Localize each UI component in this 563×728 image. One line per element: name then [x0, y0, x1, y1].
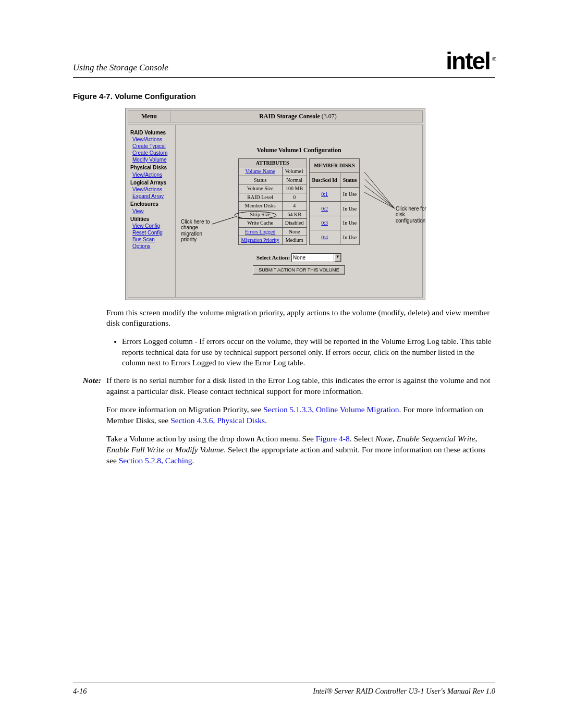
table-row: Volume Size100 MB	[238, 184, 307, 193]
submit-action-button[interactable]: SUBMIT ACTION FOR THIS VOLUME	[253, 265, 345, 275]
menu-link[interactable]: Reset Config	[132, 229, 172, 236]
header-rule	[73, 77, 495, 78]
menu-link[interactable]: View/Actions	[132, 136, 172, 143]
page-footer: 4-16 Intel® Server RAID Controller U3-1 …	[73, 679, 495, 697]
disk-id-link[interactable]: 0:2	[321, 206, 328, 212]
menu-link[interactable]: Create Typical	[132, 143, 172, 150]
volume-config-title: Volume Volume1 Configuration	[183, 146, 415, 154]
page-number: 4-16	[73, 686, 87, 697]
menu-section-head: RAID Volumes	[130, 129, 172, 137]
xref-physical-disks[interactable]: Section 4.3.6, Physical Disks	[170, 416, 265, 425]
disk-id-link[interactable]: 0:4	[321, 235, 328, 240]
xref-figure-4-8[interactable]: Figure 4-8	[316, 434, 350, 443]
table-row: Strip Size64 KB	[238, 210, 307, 219]
table-row: StatusNormal	[238, 176, 307, 184]
console-menu-header: Menu	[128, 111, 170, 121]
table-row: 0:2In Use	[309, 202, 360, 216]
select-action-label: Select Action:	[256, 254, 290, 261]
menu-section-head: Physical Disks	[130, 164, 172, 171]
table-row: Errors LoggedNone	[238, 227, 307, 236]
body-para-3: Take a Volume action by using the drop d…	[106, 434, 495, 466]
menu-link[interactable]: Expand Array	[132, 193, 172, 200]
menu-link[interactable]: View	[132, 208, 172, 215]
disk-id-link[interactable]: 0:1	[321, 191, 328, 197]
member-disks-table: MEMBER DISKS Bus:Scsi Id Status 0:1In Us…	[309, 158, 360, 245]
xref-caching[interactable]: Section 5.2.8, Caching	[119, 456, 192, 465]
menu-link[interactable]: View/Actions	[132, 171, 172, 178]
table-row: Volume NameVolume1	[238, 167, 307, 176]
attr-link[interactable]: Volume Name	[245, 168, 275, 174]
console-menu: RAID VolumesView/ActionsCreate TypicalCr…	[128, 125, 176, 297]
body-bullet-1: Errors Logged column - If errors occur o…	[122, 336, 495, 368]
menu-link[interactable]: Create Custom	[132, 150, 172, 156]
menu-link[interactable]: View Config	[132, 223, 172, 229]
menu-section-head: Logical Arrays	[130, 179, 172, 187]
annotation-disk-config: Click here for disk configuration	[396, 206, 432, 224]
manual-title: Intel® Server RAID Controller U3-1 User'…	[313, 686, 495, 697]
menu-link[interactable]: Bus Scan	[132, 236, 172, 243]
body-para-2: For more information on Migration Priori…	[106, 404, 495, 426]
menu-section-head: Utilities	[130, 216, 172, 223]
intel-logo: intel®	[446, 45, 495, 77]
figure-caption: Figure 4-7. Volume Configuration	[73, 91, 495, 102]
xref-online-volume-migration[interactable]: Section 5.1.3.3, Online Volume Migration	[263, 405, 399, 414]
note-text: If there is no serial number for a disk …	[106, 375, 495, 397]
console-title: RAID Storage Console (3.07)	[174, 111, 422, 121]
table-row: Write CacheDisabled	[238, 219, 307, 228]
select-action-dropdown[interactable]: None ▼	[291, 253, 341, 263]
page-section-title: Using the Storage Console	[73, 62, 168, 74]
menu-link[interactable]: Modify Volume	[132, 156, 172, 163]
note-label: Note:	[73, 375, 101, 397]
attributes-table: ATTRIBUTES Volume NameVolume1StatusNorma…	[238, 158, 307, 245]
attr-link[interactable]: Migration Priority	[241, 237, 279, 243]
table-row: RAID Level0	[238, 193, 307, 202]
table-row: 0:1In Use	[309, 187, 360, 202]
disk-id-link[interactable]: 0:3	[321, 220, 328, 226]
table-row: 0:4In Use	[309, 230, 360, 245]
console-main: Volume Volume1 Configuration ATTRIBUTES …	[176, 125, 422, 297]
menu-link[interactable]: View/Actions	[132, 186, 172, 193]
body-para-1: From this screen modify the volume migra…	[106, 307, 495, 329]
table-row: Member Disks4	[238, 202, 307, 211]
dropdown-arrow-icon: ▼	[334, 254, 341, 262]
attr-link[interactable]: Errors Logged	[245, 229, 275, 235]
menu-section-head: Enclosures	[130, 201, 172, 208]
screenshot-raid-console: Menu RAID Storage Console (3.07) RAID Vo…	[125, 108, 425, 300]
annotation-migration-priority: Click here to change migration priority	[181, 219, 217, 243]
menu-link[interactable]: Options	[132, 243, 172, 250]
table-row: Migration PriorityMedium	[238, 236, 307, 245]
table-row: 0:3In Use	[309, 216, 360, 230]
